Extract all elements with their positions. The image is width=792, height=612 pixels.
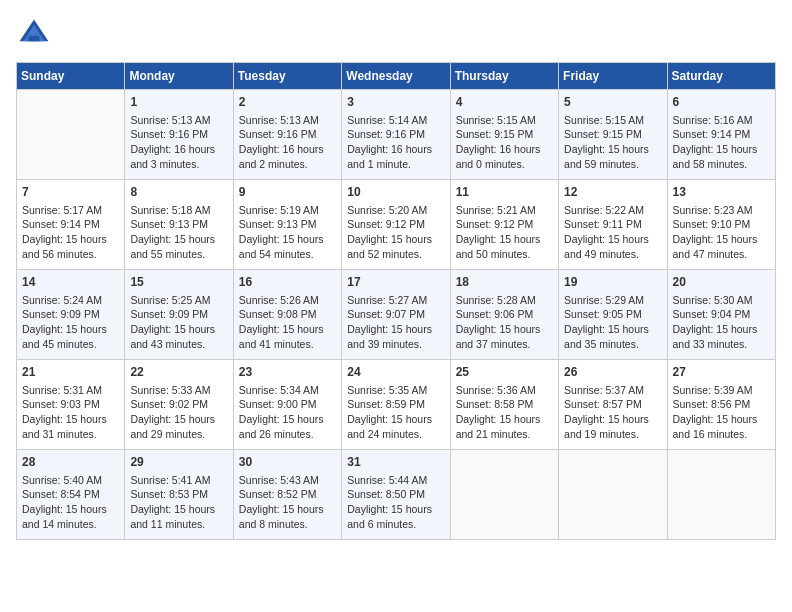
day-number: 4 xyxy=(456,94,553,111)
calendar-day-cell: 7Sunrise: 5:17 AMSunset: 9:14 PMDaylight… xyxy=(17,180,125,270)
calendar-day-cell: 8Sunrise: 5:18 AMSunset: 9:13 PMDaylight… xyxy=(125,180,233,270)
day-number: 5 xyxy=(564,94,661,111)
day-info: Sunset: 9:00 PM xyxy=(239,397,336,412)
day-number: 3 xyxy=(347,94,444,111)
day-info: Sunrise: 5:28 AM xyxy=(456,293,553,308)
day-info: Sunrise: 5:31 AM xyxy=(22,383,119,398)
day-number: 29 xyxy=(130,454,227,471)
day-info: and 47 minutes. xyxy=(673,247,770,262)
calendar-day-cell: 2Sunrise: 5:13 AMSunset: 9:16 PMDaylight… xyxy=(233,90,341,180)
day-info: Daylight: 15 hours xyxy=(456,322,553,337)
calendar-day-header: Wednesday xyxy=(342,63,450,90)
day-number: 26 xyxy=(564,364,661,381)
day-info: and 43 minutes. xyxy=(130,337,227,352)
svg-rect-2 xyxy=(29,36,40,41)
day-number: 10 xyxy=(347,184,444,201)
day-info: Daylight: 15 hours xyxy=(22,502,119,517)
day-info: Sunrise: 5:37 AM xyxy=(564,383,661,398)
day-info: Daylight: 16 hours xyxy=(239,142,336,157)
day-info: Daylight: 16 hours xyxy=(347,142,444,157)
day-info: Daylight: 15 hours xyxy=(22,232,119,247)
calendar-day-cell: 5Sunrise: 5:15 AMSunset: 9:15 PMDaylight… xyxy=(559,90,667,180)
day-info: Sunrise: 5:14 AM xyxy=(347,113,444,128)
day-number: 8 xyxy=(130,184,227,201)
day-info: Sunset: 9:13 PM xyxy=(130,217,227,232)
day-info: and 59 minutes. xyxy=(564,157,661,172)
day-info: Sunrise: 5:21 AM xyxy=(456,203,553,218)
day-info: Daylight: 15 hours xyxy=(130,232,227,247)
day-info: Sunrise: 5:15 AM xyxy=(456,113,553,128)
day-info: Sunset: 8:54 PM xyxy=(22,487,119,502)
day-info: Sunset: 8:56 PM xyxy=(673,397,770,412)
calendar-day-cell: 18Sunrise: 5:28 AMSunset: 9:06 PMDayligh… xyxy=(450,270,558,360)
day-info: and 45 minutes. xyxy=(22,337,119,352)
day-info: Sunrise: 5:36 AM xyxy=(456,383,553,398)
day-info: and 55 minutes. xyxy=(130,247,227,262)
day-info: Sunrise: 5:29 AM xyxy=(564,293,661,308)
day-info: Sunrise: 5:13 AM xyxy=(239,113,336,128)
calendar-day-cell: 17Sunrise: 5:27 AMSunset: 9:07 PMDayligh… xyxy=(342,270,450,360)
calendar-day-cell: 31Sunrise: 5:44 AMSunset: 8:50 PMDayligh… xyxy=(342,450,450,540)
day-number: 16 xyxy=(239,274,336,291)
day-info: Sunset: 9:12 PM xyxy=(347,217,444,232)
day-info: Sunset: 9:07 PM xyxy=(347,307,444,322)
day-info: Sunset: 9:04 PM xyxy=(673,307,770,322)
day-info: Daylight: 15 hours xyxy=(239,502,336,517)
day-info: and 3 minutes. xyxy=(130,157,227,172)
day-info: and 0 minutes. xyxy=(456,157,553,172)
day-info: Daylight: 15 hours xyxy=(347,502,444,517)
day-info: and 11 minutes. xyxy=(130,517,227,532)
day-info: and 21 minutes. xyxy=(456,427,553,442)
day-info: Sunrise: 5:18 AM xyxy=(130,203,227,218)
day-info: Sunrise: 5:25 AM xyxy=(130,293,227,308)
day-info: Sunset: 9:14 PM xyxy=(22,217,119,232)
day-info: Sunrise: 5:41 AM xyxy=(130,473,227,488)
day-info: Daylight: 15 hours xyxy=(673,142,770,157)
day-info: Sunset: 9:08 PM xyxy=(239,307,336,322)
day-info: Daylight: 15 hours xyxy=(22,412,119,427)
day-info: Sunset: 9:15 PM xyxy=(564,127,661,142)
day-number: 24 xyxy=(347,364,444,381)
day-info: Sunrise: 5:40 AM xyxy=(22,473,119,488)
day-info: Daylight: 15 hours xyxy=(239,322,336,337)
day-info: Sunrise: 5:20 AM xyxy=(347,203,444,218)
day-info: Daylight: 15 hours xyxy=(673,232,770,247)
calendar-day-cell: 1Sunrise: 5:13 AMSunset: 9:16 PMDaylight… xyxy=(125,90,233,180)
day-info: and 29 minutes. xyxy=(130,427,227,442)
day-info: and 41 minutes. xyxy=(239,337,336,352)
day-number: 31 xyxy=(347,454,444,471)
day-number: 21 xyxy=(22,364,119,381)
calendar-day-header: Thursday xyxy=(450,63,558,90)
day-info: and 56 minutes. xyxy=(22,247,119,262)
day-info: and 33 minutes. xyxy=(673,337,770,352)
calendar-day-cell: 16Sunrise: 5:26 AMSunset: 9:08 PMDayligh… xyxy=(233,270,341,360)
day-info: and 58 minutes. xyxy=(673,157,770,172)
day-info: Daylight: 16 hours xyxy=(456,142,553,157)
day-number: 19 xyxy=(564,274,661,291)
day-info: and 39 minutes. xyxy=(347,337,444,352)
day-info: and 31 minutes. xyxy=(22,427,119,442)
day-number: 23 xyxy=(239,364,336,381)
day-info: Sunset: 9:16 PM xyxy=(130,127,227,142)
calendar-day-cell: 11Sunrise: 5:21 AMSunset: 9:12 PMDayligh… xyxy=(450,180,558,270)
calendar-day-cell: 24Sunrise: 5:35 AMSunset: 8:59 PMDayligh… xyxy=(342,360,450,450)
day-info: Daylight: 16 hours xyxy=(130,142,227,157)
day-info: Sunset: 9:02 PM xyxy=(130,397,227,412)
calendar-day-cell: 23Sunrise: 5:34 AMSunset: 9:00 PMDayligh… xyxy=(233,360,341,450)
day-info: Sunset: 9:09 PM xyxy=(22,307,119,322)
day-info: and 8 minutes. xyxy=(239,517,336,532)
day-info: Sunset: 9:05 PM xyxy=(564,307,661,322)
day-info: and 2 minutes. xyxy=(239,157,336,172)
day-info: and 1 minute. xyxy=(347,157,444,172)
day-info: Sunrise: 5:39 AM xyxy=(673,383,770,398)
day-number: 20 xyxy=(673,274,770,291)
day-info: Sunrise: 5:23 AM xyxy=(673,203,770,218)
day-info: Daylight: 15 hours xyxy=(564,142,661,157)
day-info: Sunset: 9:11 PM xyxy=(564,217,661,232)
calendar-day-cell: 30Sunrise: 5:43 AMSunset: 8:52 PMDayligh… xyxy=(233,450,341,540)
day-number: 6 xyxy=(673,94,770,111)
calendar-day-header: Friday xyxy=(559,63,667,90)
logo xyxy=(16,16,56,52)
day-info: Daylight: 15 hours xyxy=(130,322,227,337)
calendar-week-row: 28Sunrise: 5:40 AMSunset: 8:54 PMDayligh… xyxy=(17,450,776,540)
